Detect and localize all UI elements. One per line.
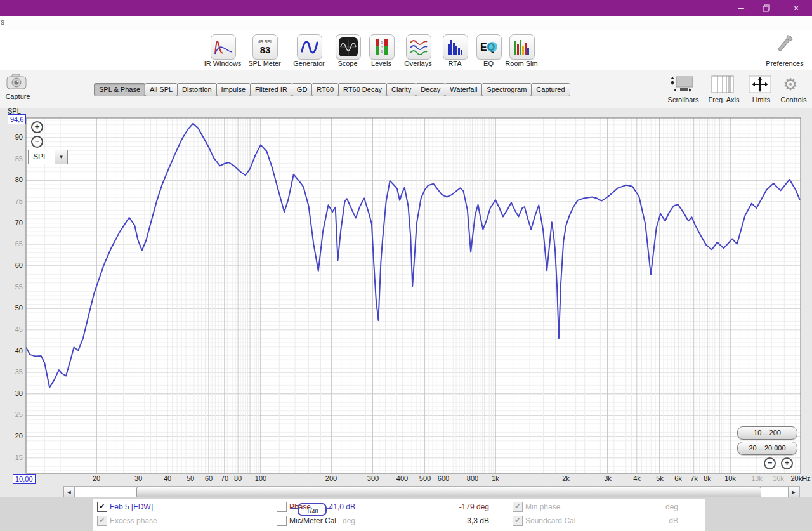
rta-button[interactable] bbox=[443, 34, 468, 60]
controls-button[interactable]: ⚙ bbox=[780, 75, 801, 96]
y-tick-label: 35 bbox=[0, 368, 23, 376]
x-zoom-in-icon[interactable]: + bbox=[781, 457, 793, 469]
tab-gd[interactable]: GD bbox=[292, 83, 313, 96]
excess-phase-checkbox: ✓ bbox=[97, 516, 107, 526]
y-tick-label: 50 bbox=[0, 304, 23, 311]
tab-distortion[interactable]: Distortion bbox=[177, 83, 216, 96]
spl-meter-button[interactable]: dB SPL83 bbox=[252, 34, 278, 60]
y-tick-label: 55 bbox=[0, 283, 23, 291]
graph-toolbar-band: Capture SPL & PhaseAll SPLDistortionImpu… bbox=[0, 70, 812, 108]
scrollbars-button[interactable] bbox=[670, 75, 697, 96]
zoom-out-icon[interactable]: − bbox=[31, 136, 43, 148]
y-tick-label: 80 bbox=[0, 176, 23, 183]
spl-frequency-plot[interactable] bbox=[0, 108, 812, 499]
x-tick-label: 200 bbox=[312, 475, 350, 482]
y-tick-label: 75 bbox=[0, 197, 23, 205]
freq-axis-button[interactable] bbox=[710, 75, 735, 96]
limits-icon bbox=[748, 85, 772, 96]
main-toolbar: IR WindowsdB SPL83SPL MeterGeneratorScop… bbox=[0, 30, 812, 70]
y-tick-label: 70 bbox=[0, 219, 23, 226]
soundcard-cal-label: Soundcard Cal bbox=[525, 516, 575, 525]
graph-tab-bar: SPL & PhaseAll SPLDistortionImpulseFilte… bbox=[95, 83, 570, 96]
freq-range-10-200-button[interactable]: 10 .. 200 bbox=[737, 426, 797, 440]
y-tick-label: 15 bbox=[0, 454, 23, 461]
phase-checkbox[interactable] bbox=[277, 502, 287, 512]
menu-strip: s bbox=[0, 16, 812, 30]
gear-icon: ⚙ bbox=[780, 85, 801, 96]
tab-waterfall[interactable]: Waterfall bbox=[445, 83, 482, 96]
tab-decay[interactable]: Decay bbox=[416, 83, 445, 96]
y-tick-label: 45 bbox=[0, 325, 23, 333]
x-zoom-out-icon[interactable]: − bbox=[764, 457, 776, 469]
generator-button[interactable] bbox=[297, 34, 322, 60]
y-tick-label: 40 bbox=[0, 347, 23, 355]
capture-button[interactable] bbox=[5, 72, 29, 94]
preferences-label: Preferences bbox=[756, 60, 812, 67]
bottom-zone: ✓ Feb 5 [FDW] 1/48 41,0 dB Phase -179 de… bbox=[0, 497, 812, 531]
view-control-label: Controls bbox=[768, 96, 812, 103]
y-tick-label: 30 bbox=[0, 390, 23, 397]
chevron-down-icon[interactable]: ▼ bbox=[55, 150, 67, 164]
svg-text:83: 83 bbox=[260, 44, 271, 55]
clipped-menu-text: s bbox=[1, 18, 4, 27]
tab-rt60[interactable]: RT60 bbox=[311, 83, 339, 96]
x-tick-label: 1k bbox=[476, 475, 514, 482]
freq-axis-icon bbox=[710, 85, 735, 96]
svg-text:3: 3 bbox=[381, 45, 383, 49]
restore-icon[interactable] bbox=[752, 0, 781, 16]
phase-label: Phase bbox=[289, 502, 311, 511]
mic-meter-cal-label: Mic/Meter Cal bbox=[289, 516, 336, 525]
room-sim-button[interactable] bbox=[509, 34, 535, 60]
toolbar-button-label: Room Sim bbox=[493, 60, 550, 67]
scope-button[interactable] bbox=[336, 34, 361, 60]
limits-button[interactable] bbox=[748, 75, 772, 96]
phase-value: -179 deg bbox=[438, 502, 489, 511]
excess-phase-label: Excess phase bbox=[110, 516, 157, 525]
soundcard-cal-checkbox: ✓ bbox=[513, 516, 523, 526]
y-tick-label: 90 bbox=[0, 133, 23, 141]
tab-impulse[interactable]: Impulse bbox=[216, 83, 251, 96]
scroll-left-icon[interactable]: ◀ bbox=[63, 487, 75, 498]
trace-type-dropdown[interactable]: SPL ▼ bbox=[28, 150, 68, 164]
x-tick-label: 100 bbox=[242, 475, 280, 482]
min-phase-checkbox: ✓ bbox=[513, 502, 523, 512]
soundcard-cal-unit: dB bbox=[646, 516, 678, 525]
tab-captured[interactable]: Captured bbox=[531, 83, 570, 96]
tab-filtered-ir[interactable]: Filtered IR bbox=[250, 83, 292, 96]
y-max-limit-box[interactable]: 94,6 bbox=[8, 114, 26, 124]
rew-application-window: { "window": {"minimize_icon":"minimize-i… bbox=[0, 0, 812, 531]
tab-clarity[interactable]: Clarity bbox=[386, 83, 416, 96]
mic-meter-cal-checkbox[interactable] bbox=[277, 516, 287, 526]
y-tick-label: 65 bbox=[0, 240, 23, 247]
svg-text:⚙: ⚙ bbox=[783, 75, 797, 94]
measurement-name[interactable]: Feb 5 [FDW] bbox=[110, 502, 153, 511]
mic-meter-cal-value: -3,3 dB bbox=[438, 516, 489, 525]
tab-rt60-decay[interactable]: RT60 Decay bbox=[338, 83, 387, 96]
y-tick-label: 85 bbox=[0, 155, 23, 162]
measurement-legend-panel: ✓ Feb 5 [FDW] 1/48 41,0 dB Phase -179 de… bbox=[93, 499, 705, 531]
preferences-button[interactable] bbox=[775, 34, 794, 58]
ir-windows-button[interactable] bbox=[211, 34, 236, 60]
title-bar: ─ × bbox=[0, 0, 812, 16]
eq-button[interactable]: EQ bbox=[476, 34, 502, 60]
horizontal-scrollbar[interactable]: ◀ ▶ bbox=[63, 486, 800, 499]
tab-spectrogram[interactable]: Spectrogram bbox=[481, 83, 532, 96]
overlays-button[interactable] bbox=[406, 34, 431, 60]
x-tick-label: 20 bbox=[77, 475, 115, 482]
freq-range-20-20000-button[interactable]: 20 .. 20.000 bbox=[737, 442, 797, 455]
scrollbars-icon bbox=[670, 85, 697, 96]
camera-icon bbox=[5, 82, 29, 93]
y-tick-label: 20 bbox=[0, 432, 23, 440]
levels-button[interactable]: 036 bbox=[369, 34, 395, 60]
min-phase-label: Min phase bbox=[525, 502, 560, 511]
close-icon[interactable]: × bbox=[782, 0, 811, 16]
tab-all-spl[interactable]: All SPL bbox=[145, 83, 178, 96]
x-min-limit-box[interactable]: 10,00 bbox=[13, 474, 36, 484]
measurement-checkbox[interactable]: ✓ bbox=[97, 502, 107, 512]
level-value: 41,0 dB bbox=[311, 502, 355, 511]
svg-text:6: 6 bbox=[381, 49, 383, 53]
scrollbar-thumb[interactable] bbox=[136, 487, 761, 498]
scroll-right-icon[interactable]: ▶ bbox=[788, 487, 799, 498]
zoom-in-icon[interactable]: + bbox=[31, 121, 43, 133]
tab-spl-phase[interactable]: SPL & Phase bbox=[94, 83, 145, 96]
